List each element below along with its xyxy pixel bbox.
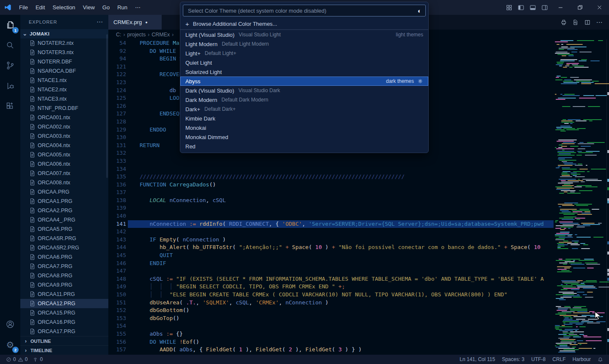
- line-number[interactable]: 144: [108, 244, 140, 252]
- more-actions-icon[interactable]: ⋯: [594, 17, 605, 28]
- file-item-orcaa16-prg[interactable]: ORCAA16.PRG: [20, 317, 108, 327]
- file-item-orcaa12-prg[interactable]: ORCAA12.PRG: [20, 299, 108, 308]
- line-number[interactable]: 132: [108, 149, 140, 157]
- code-line-141[interactable]: 141 nConnection := rddInfo( RDDI_CONNECT…: [108, 220, 554, 228]
- search-editor-icon[interactable]: [570, 17, 581, 28]
- theme-item-dark[interactable]: Dark+Default Dark+: [180, 104, 428, 114]
- code-line-138[interactable]: 138 LOCAL nConnection, cSQL: [108, 197, 554, 205]
- line-number[interactable]: 138: [108, 197, 140, 205]
- code-line-143[interactable]: 143 IF Empty( nConnection ): [108, 236, 554, 244]
- line-number[interactable]: 54: [108, 39, 140, 47]
- line-number[interactable]: 149: [108, 283, 140, 291]
- code-line-155[interactable]: 155 aObs := {}: [108, 330, 554, 338]
- problems-status[interactable]: 0 0: [4, 355, 29, 364]
- line-number[interactable]: 121: [108, 63, 140, 71]
- theme-item-quiet-light[interactable]: Quiet Light: [180, 58, 428, 67]
- minimize-button[interactable]: [551, 0, 570, 15]
- code-line-140[interactable]: 140: [108, 212, 554, 220]
- source-control-icon[interactable]: [0, 55, 20, 76]
- toggle-sidebar-left-icon[interactable]: [515, 0, 527, 15]
- line-number[interactable]: 133: [108, 157, 140, 165]
- theme-item-red[interactable]: Red: [180, 142, 428, 151]
- line-number[interactable]: 129: [108, 126, 140, 134]
- language-mode[interactable]: Harbour: [571, 356, 592, 362]
- file-item-noterr-dbf[interactable]: NOTERR.DBF: [20, 57, 108, 66]
- line-number[interactable]: 135: [108, 173, 140, 181]
- file-item-orca005-ntx[interactable]: ORCA005.ntx: [20, 150, 108, 159]
- code-line-152[interactable]: 152 dbGoBottom(): [108, 307, 554, 315]
- line-number[interactable]: 146: [108, 260, 140, 268]
- file-item-orca008-ntx[interactable]: ORCA008.ntx: [20, 178, 108, 187]
- code-line-134[interactable]: 134: [108, 165, 554, 173]
- code-line-136[interactable]: 136FUNCTION CarregaDados(): [108, 181, 554, 189]
- file-item-ntace3-ntx[interactable]: NTACE3.ntx: [20, 94, 108, 104]
- line-number[interactable]: 156: [108, 338, 140, 346]
- file-item-orcaa-prg[interactable]: ORCAA.PRG: [20, 187, 108, 197]
- code-line-148[interactable]: 148 cSQL := "IF (EXISTS (SELECT * FROM I…: [108, 275, 554, 283]
- file-item-orca006-ntx[interactable]: ORCA006.ntx: [20, 159, 108, 169]
- line-number[interactable]: 136: [108, 181, 140, 189]
- file-item-orcaa5-prg[interactable]: ORCAA5.PRG: [20, 224, 108, 234]
- line-number[interactable]: 130: [108, 134, 140, 142]
- code-line-146[interactable]: 146 ENDIF: [108, 260, 554, 268]
- theme-item-kimbie-dark[interactable]: Kimbie Dark: [180, 114, 428, 123]
- menu-item-file[interactable]: File: [15, 0, 32, 15]
- line-number[interactable]: 124: [108, 87, 140, 95]
- line-number[interactable]: 137: [108, 189, 140, 197]
- ports-status[interactable]: 0: [31, 355, 44, 364]
- line-number[interactable]: 125: [108, 94, 140, 102]
- settings-gear-icon[interactable]: ⚙ 2: [0, 334, 20, 355]
- explorer-more-actions-icon[interactable]: ⋯: [96, 18, 103, 26]
- theme-item-dark-modern[interactable]: Dark ModernDefault Dark Modern: [180, 95, 428, 104]
- code-line-150[interactable]: 150 │ │ "ELSE BEGIN CREATE TABLE CRMEx (…: [108, 291, 554, 299]
- code-line-133[interactable]: 133: [108, 157, 554, 165]
- theme-item-light-modern[interactable]: Light ModernDefault Light Modern: [180, 39, 428, 49]
- file-item-orcaa4-prg[interactable]: ORCAA4_.PRG: [20, 215, 108, 224]
- cursor-position[interactable]: Ln 141, Col 115: [458, 356, 497, 362]
- line-number[interactable]: 140: [108, 212, 140, 220]
- line-number[interactable]: 154: [108, 322, 140, 330]
- menu-item-view[interactable]: View: [79, 0, 99, 15]
- theme-item-abyss[interactable]: Abyssdark themes: [180, 77, 428, 86]
- code-line-135[interactable]: 135/////////////////////////////////////…: [108, 173, 554, 181]
- file-item-orcaa5r2-prg[interactable]: ORCAA5R2.PRG: [20, 243, 108, 252]
- code-line-156[interactable]: 156 DO WHILE !Eof(): [108, 338, 554, 346]
- line-number[interactable]: 143: [108, 236, 140, 244]
- menu-item-edit[interactable]: Edit: [32, 0, 49, 15]
- code-line-144[interactable]: 144 hb_Alert( hb_UTF8ToStr( ";Atenção!;;…: [108, 244, 554, 252]
- browse-additional-themes-item[interactable]: + Browse Additional Color Themes...: [180, 19, 428, 28]
- account-icon[interactable]: [0, 314, 20, 334]
- file-item-orcaa9-prg[interactable]: ORCAA9.PRG: [20, 280, 108, 290]
- explorer-icon[interactable]: 1: [0, 15, 20, 35]
- line-number[interactable]: 155: [108, 330, 140, 338]
- file-item-ntace2-ntx[interactable]: NTACE2.ntx: [20, 85, 108, 94]
- run-debug-icon[interactable]: [0, 76, 20, 96]
- theme-item-monokai-dimmed[interactable]: Monokai Dimmed: [180, 132, 428, 142]
- indentation[interactable]: Spaces: 3: [500, 356, 526, 362]
- file-item-orcaa15-prg[interactable]: ORCAA15.PRG: [20, 308, 108, 317]
- file-item-orcaa8-prg[interactable]: ORCAA8.PRG: [20, 271, 108, 280]
- code-line-153[interactable]: 153 dbGoTop(): [108, 315, 554, 323]
- line-number[interactable]: 94: [108, 55, 140, 63]
- theme-item-light-visual-studio[interactable]: Light (Visual Studio)Visual Studio Light…: [180, 30, 428, 39]
- breadcrumb-item-c[interactable]: C:: [116, 32, 121, 38]
- encoding[interactable]: UTF-8: [529, 356, 547, 362]
- line-number[interactable]: 153: [108, 315, 140, 323]
- line-number[interactable]: 148: [108, 275, 140, 283]
- color-mode-icon[interactable]: ◐: [418, 8, 422, 14]
- code-line-137[interactable]: 137: [108, 189, 554, 197]
- file-item-notater3-ntx[interactable]: NOTATER3.ntx: [20, 48, 108, 57]
- file-item-orca007-ntx[interactable]: ORCA007.ntx: [20, 169, 108, 178]
- file-item-orcaa17-prg[interactable]: ORCAA17.PRG: [20, 327, 108, 336]
- line-number[interactable]: 128: [108, 118, 140, 126]
- line-number[interactable]: 123: [108, 79, 140, 87]
- line-number[interactable]: 151: [108, 299, 140, 307]
- line-number[interactable]: 157: [108, 346, 140, 354]
- code-line-147[interactable]: 147: [108, 267, 554, 275]
- line-number[interactable]: 152: [108, 307, 140, 315]
- file-item-orca002-ntx[interactable]: ORCA002.ntx: [20, 122, 108, 131]
- sidebar-scrollbar[interactable]: [106, 34, 108, 178]
- folder-jomaki[interactable]: ⌄ JOMAKI: [20, 29, 108, 38]
- outline-panel-header[interactable]: › OUTLINE: [20, 336, 108, 345]
- line-number[interactable]: 147: [108, 267, 140, 275]
